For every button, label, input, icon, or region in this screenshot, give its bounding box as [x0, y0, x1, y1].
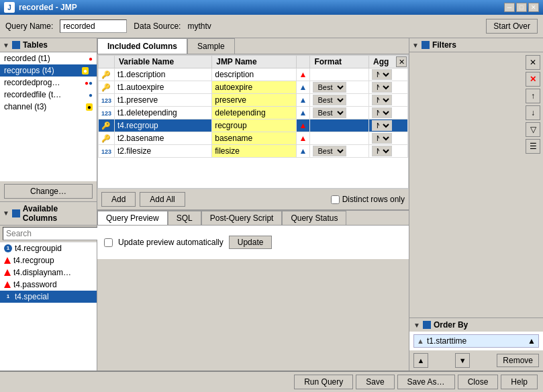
agg-select[interactable]: No [372, 82, 392, 93]
close-icon[interactable]: ✕ [396, 56, 407, 67]
tab-sample[interactable]: Sample [187, 38, 235, 54]
tab-post-query-script[interactable]: Post-Query Script [201, 211, 283, 225]
filter-up-button[interactable]: ↑ [526, 89, 540, 103]
table-row[interactable]: 123 t1.preserve preserve ▲ Best No [99, 94, 408, 107]
type-icon-circle: 1 [4, 293, 12, 301]
agg-select[interactable]: No [372, 69, 392, 80]
col-header-format[interactable]: Format [310, 56, 369, 68]
numeric-icon: 123 [101, 97, 111, 104]
table-badge-red: ● [89, 55, 93, 62]
format-select[interactable]: Best [313, 82, 346, 93]
order-remove-button[interactable]: Remove [497, 354, 539, 367]
query-name-label: Query Name: [5, 21, 53, 31]
key-icon: 🔑 [101, 83, 111, 91]
table-item[interactable]: recorded (t1) ● [0, 52, 97, 64]
search-input[interactable] [3, 227, 110, 240]
table-badge-yellow: ● [82, 67, 89, 75]
table-row[interactable]: 🔑 t4.recgroup recgroup ▲ No [99, 119, 408, 132]
title-bar: J recorded - JMP ─ □ ✕ [0, 0, 543, 15]
filter-down-button[interactable]: ↓ [526, 105, 540, 120]
column-item[interactable]: 1 t4.recgroupid [0, 242, 97, 254]
order-by-collapse-icon[interactable]: ▼ [413, 322, 420, 329]
filters-collapse-icon[interactable]: ▼ [412, 42, 419, 49]
add-all-button[interactable]: Add All [140, 192, 185, 207]
avail-collapse-icon[interactable]: ▼ [3, 209, 9, 217]
add-buttons-row: Add Add All Distinct rows only [97, 189, 409, 209]
column-item[interactable]: 1 t4.special [0, 291, 97, 303]
table-item[interactable]: recgroups (t4) ● ● [0, 64, 97, 77]
table-row[interactable]: 123 t2.filesize filesize ▲ Best No [99, 145, 408, 158]
table-badge-blue: ● [89, 91, 93, 99]
tables-header: ▼ Tables [0, 38, 97, 52]
order-up-button[interactable]: ▲ [413, 353, 428, 368]
table-item[interactable]: channel (t3) ● [0, 101, 97, 113]
tables-label: Tables [23, 40, 48, 50]
footer: Run Query Save Save As… Close Help [0, 371, 543, 392]
distinct-rows-checkbox[interactable] [331, 195, 340, 204]
tables-list: recorded (t1) ● recgroups (t4) ● ● recor… [0, 52, 97, 181]
filter-funnel-button[interactable]: ▽ [526, 122, 540, 137]
query-name-input[interactable] [60, 19, 127, 33]
tab-included-columns[interactable]: Included Columns [97, 38, 187, 54]
filter-list-button[interactable]: ☰ [526, 139, 540, 154]
column-item[interactable]: t4.recgroup [0, 254, 97, 266]
update-button[interactable]: Update [229, 236, 273, 249]
table-row[interactable]: 🔑 t1.description description ▲ No [99, 68, 408, 81]
table-row[interactable]: 🔑 t1.autoexpire autoexpire ▲ Best No [99, 81, 408, 94]
order-down-button[interactable]: ▼ [455, 353, 470, 368]
tab-query-status[interactable]: Query Status [282, 211, 346, 225]
format-select[interactable]: Best [313, 107, 346, 118]
col-header-jmpname[interactable]: JMP Name [212, 56, 296, 68]
preview-tabs: Query Preview SQL Post-Query Script Quer… [97, 211, 409, 226]
change-button[interactable]: Change… [4, 184, 93, 199]
format-select[interactable]: Best [313, 95, 346, 105]
minimize-button[interactable]: ─ [504, 3, 515, 12]
filter-remove2-button[interactable]: ✕ [526, 72, 540, 87]
filter-remove-button[interactable]: ✕ [526, 55, 540, 70]
key-icon: 🔑 [101, 121, 111, 130]
col-header-varname[interactable]: Variable Name [115, 56, 212, 68]
format-select[interactable]: Best [313, 146, 346, 156]
order-item[interactable]: ▲ t1.starttime ▲ [413, 334, 539, 348]
table-item[interactable]: recordedfile (t… ● [0, 89, 97, 101]
tables-collapse-icon[interactable]: ▼ [3, 42, 9, 49]
avail-icon [12, 209, 20, 217]
type-icon-circle: 1 [4, 244, 12, 252]
agg-select[interactable]: No [372, 107, 392, 118]
key-icon: 🔑 [101, 134, 111, 142]
tab-sql[interactable]: SQL [168, 211, 201, 225]
update-auto-checkbox[interactable] [104, 238, 113, 247]
type-icon-triangle [4, 269, 11, 276]
close-button[interactable]: ✕ [528, 3, 539, 12]
save-as-button[interactable]: Save As… [397, 375, 455, 389]
order-scroll-up[interactable]: ▲ [528, 336, 536, 346]
numeric-icon: 123 [101, 148, 111, 155]
tab-query-preview[interactable]: Query Preview [97, 211, 168, 225]
start-over-button[interactable]: Start Over [486, 19, 538, 34]
available-columns-list: 1 t4.recgroupid t4.recgroup t4.displayna… [0, 242, 97, 371]
run-query-button[interactable]: Run Query [294, 375, 353, 389]
filters-header: ▼ Filters [409, 38, 543, 52]
table-item[interactable]: recordedprog… ● ● [0, 77, 97, 89]
save-button[interactable]: Save [356, 375, 394, 389]
distinct-rows-checkbox-row: Distinct rows only [331, 195, 405, 204]
included-columns-tabs: Included Columns Sample [97, 38, 409, 54]
order-by-header: ▼ Order By [409, 318, 543, 332]
table-row[interactable]: 123 t1.deletepending deletepending ▲ Bes… [99, 107, 408, 119]
column-item[interactable]: t4.password [0, 279, 97, 291]
add-button[interactable]: Add [101, 192, 136, 207]
table-row[interactable]: 🔑 t2.basename basename ▲ No [99, 132, 408, 145]
available-columns-header: ▼ Available Columns [0, 201, 97, 226]
agg-select[interactable]: No [372, 133, 392, 144]
columns-data-table: Variable Name JMP Name Format Agg 🔑 t1.d… [98, 55, 408, 158]
tables-icon [12, 41, 20, 49]
order-by-section: ▼ Order By ▲ t1.starttime ▲ ▲ ▼ Remove [409, 317, 543, 371]
maximize-button[interactable]: □ [516, 3, 527, 12]
help-button[interactable]: Help [501, 375, 538, 389]
agg-select[interactable]: No [372, 95, 392, 105]
type-icon-triangle [4, 257, 11, 264]
agg-select[interactable]: No [372, 146, 392, 156]
agg-select[interactable]: No [372, 120, 392, 131]
close-button[interactable]: Close [458, 375, 499, 389]
column-item[interactable]: t4.displaynam… [0, 266, 97, 279]
